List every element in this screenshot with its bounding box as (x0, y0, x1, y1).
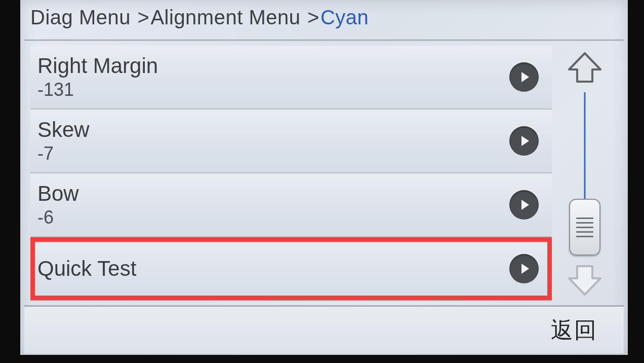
scroll-track[interactable] (561, 89, 609, 259)
list-item-title: Bow (37, 183, 79, 205)
right-arrow-icon[interactable] (509, 190, 539, 220)
right-arrow-icon[interactable] (509, 254, 539, 283)
list-area: Right Margin -131 Skew -7 Bow (30, 46, 552, 302)
list-item-right-margin[interactable]: Right Margin -131 (30, 46, 552, 110)
breadcrumb-separator: > (138, 6, 150, 28)
device-frame: Diag Menu >Alignment Menu >Cyan Right Ma… (0, 0, 644, 363)
scroll-up-icon (567, 52, 602, 84)
breadcrumb-part-1[interactable]: Alignment Menu (150, 6, 300, 28)
scroll-thumb-grip (576, 222, 593, 224)
scroll-thumb-grip (576, 231, 593, 233)
scroll-thumb[interactable] (569, 199, 600, 256)
header-divider (24, 40, 624, 41)
scroll-thumb-grip (576, 217, 593, 219)
list-item-text: Quick Test (37, 258, 136, 280)
list-item-skew[interactable]: Skew -7 (30, 110, 552, 173)
scroll-down-icon (567, 264, 602, 296)
list-item-text: Skew -7 (37, 119, 90, 163)
scroll-track-line (584, 92, 586, 208)
footer-bar: 返回 (24, 305, 624, 353)
list-item-value: -131 (37, 80, 158, 99)
scroll-thumb-grip (576, 236, 593, 237)
back-button[interactable]: 返回 (551, 315, 597, 345)
right-arrow-icon[interactable] (509, 126, 539, 156)
screen: Diag Menu >Alignment Menu >Cyan Right Ma… (20, 0, 628, 355)
list-item-title: Quick Test (37, 258, 136, 280)
breadcrumb: Diag Menu >Alignment Menu >Cyan (30, 6, 369, 29)
scroll-up-button[interactable] (561, 47, 609, 89)
right-arrow-icon[interactable] (509, 62, 539, 92)
scroll-thumb-grip (576, 227, 593, 228)
list-item-title: Right Margin (37, 55, 158, 77)
list-item-title: Skew (37, 119, 90, 141)
list-item-value: -7 (37, 144, 90, 163)
breadcrumb-part-0[interactable]: Diag Menu (30, 6, 131, 28)
list-item-text: Bow -6 (37, 183, 79, 227)
scrollbar (561, 47, 609, 301)
breadcrumb-separator: > (307, 6, 319, 28)
breadcrumb-current: Cyan (320, 6, 369, 28)
list-item-text: Right Margin -131 (37, 55, 158, 99)
list-item-value: -6 (37, 208, 79, 227)
list-item-quick-test[interactable]: Quick Test (30, 237, 552, 301)
scroll-down-button[interactable] (561, 259, 609, 301)
list-item-bow[interactable]: Bow -6 (30, 173, 552, 237)
